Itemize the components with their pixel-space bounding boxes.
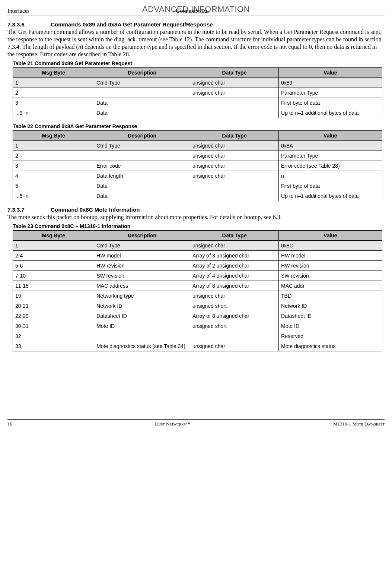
column-header: Data Type — [190, 231, 279, 241]
table-cell: First byte of data — [279, 181, 382, 191]
table-cell: 1 — [13, 241, 94, 251]
table-cell: MAC addr — [279, 281, 382, 291]
table-cell: Cmd Type — [94, 141, 190, 151]
para-italic: n — [78, 44, 81, 50]
column-header: Description — [94, 68, 190, 78]
table-cell: 0x89 — [279, 78, 382, 88]
table-body: 1Cmd Typeunsigned char0x892unsigned char… — [13, 78, 382, 118]
table-cell: 3 — [13, 98, 94, 108]
section-title: Commands 0x89 and 0x8A Get Parameter Req… — [51, 21, 213, 28]
section2-paragraph: The mote sends this packet on bootup, su… — [7, 214, 385, 221]
table-cell: First byte of data — [279, 98, 382, 108]
table-cell — [94, 88, 190, 98]
table-cell: Error code (see Table 28) — [279, 161, 382, 171]
table-cell: MAC address — [94, 281, 190, 291]
section1-paragraph: The Get Parameter command allows a numbe… — [7, 28, 385, 58]
table-row: 7-10SW revisionArray of 4 unsigned charS… — [13, 271, 382, 281]
page-header: Interfaces Confidential — [7, 7, 385, 14]
table-header-row: Msg ByteDescriptionData TypeValue — [13, 131, 382, 141]
table-row: 32Reserved — [13, 331, 382, 341]
column-header: Description — [94, 231, 190, 241]
table-body: 1Cmd Typeunsigned char0x8C2-4HW modelArr… — [13, 241, 382, 351]
table-row: 1Cmd Typeunsigned char0x8A — [13, 141, 382, 151]
table23: Msg ByteDescriptionData TypeValue 1Cmd T… — [13, 230, 382, 351]
table-cell: unsigned char — [190, 291, 279, 301]
table-cell: Cmd Type — [94, 241, 190, 251]
column-header: Msg Byte — [13, 231, 94, 241]
table-cell: unsigned short — [190, 301, 279, 311]
table-cell: 0x8A — [279, 141, 382, 151]
table-cell: 2-4 — [13, 251, 94, 261]
table-row: 22-29Datasheet IDArray of 8 unsigned cha… — [13, 311, 382, 321]
table-cell: Data — [94, 108, 190, 118]
table-cell: n — [279, 171, 382, 181]
table-cell: unsigned char — [190, 341, 279, 351]
table-row: 20-21Network IDunsigned shortNetwork ID — [13, 301, 382, 311]
table-cell: HW model — [94, 251, 190, 261]
header-rule — [7, 16, 385, 16]
column-header: Value — [279, 68, 382, 78]
table-cell: Parameter Type — [279, 151, 382, 161]
table-cell: ...5+n — [13, 191, 94, 201]
table-cell: 7-10 — [13, 271, 94, 281]
table-cell: 2 — [13, 88, 94, 98]
table-cell: SW revision — [94, 271, 190, 281]
table-cell: 32 — [13, 331, 94, 341]
section-title: Command 0x8C Mote Information — [51, 206, 140, 213]
section-heading-2: 7.3.3.7 Command 0x8C Mote Information — [7, 206, 385, 213]
table-cell — [190, 181, 279, 191]
table-cell: 11-18 — [13, 281, 94, 291]
table-row: 30-31Mote IDunsigned shortMote ID — [13, 321, 382, 331]
table-cell: Mote diagnostics status (see Table 34) — [94, 341, 190, 351]
table-cell: 30-31 — [13, 321, 94, 331]
table23-caption: Table 23 Command 0x8C – M1310-1 Informat… — [13, 223, 385, 229]
table-cell: Array of 3 unsigned char — [190, 251, 279, 261]
table-cell: Parameter Type — [279, 88, 382, 98]
table22-caption: Table 22 Command 0x8A Get Parameter Resp… — [13, 123, 385, 129]
table-cell: 3 — [13, 161, 94, 171]
table-cell: Reserved — [279, 331, 382, 341]
table-cell: HW revision — [279, 261, 382, 271]
table-cell: Error code — [94, 161, 190, 171]
table-cell: Mote ID — [94, 321, 190, 331]
table-cell: Up to n–1 additional bytes of data — [279, 191, 382, 201]
table-cell: Mote diagnostics status — [279, 341, 382, 351]
table-cell — [190, 331, 279, 341]
footer-center: Dust Networks™ — [155, 421, 190, 427]
table-cell: 5 — [13, 181, 94, 191]
table-cell: HW revision — [94, 261, 190, 271]
table-row: 2-4HW modelArray of 3 unsigned charHW mo… — [13, 251, 382, 261]
section-number: 7.3.3.7 — [7, 206, 49, 213]
table-cell: ...3+n — [13, 108, 94, 118]
table-cell: Mote ID — [279, 321, 382, 331]
column-header: Msg Byte — [13, 131, 94, 141]
table-row: ...5+nDataUp to n–1 additional bytes of … — [13, 191, 382, 201]
table-cell: Networking type — [94, 291, 190, 301]
table-cell: unsigned char — [190, 78, 279, 88]
table-cell: Array of 4 unsigned char — [190, 271, 279, 281]
table-row: 2unsigned charParameter Type — [13, 151, 382, 161]
column-header: Value — [279, 131, 382, 141]
table-cell: TBD — [279, 291, 382, 301]
table-body: 1Cmd Typeunsigned char0x8A2unsigned char… — [13, 141, 382, 201]
table-cell: 2 — [13, 151, 94, 161]
table-cell: unsigned short — [190, 321, 279, 331]
table-cell: 1 — [13, 78, 94, 88]
page-footer: 16 Dust Networks™ M1310-1 Mote Datasheet — [7, 421, 385, 427]
table-cell: Network ID — [94, 301, 190, 311]
table-cell: 0x8C — [279, 241, 382, 251]
table-cell: Cmd Type — [94, 78, 190, 88]
table-cell: 5-6 — [13, 261, 94, 271]
table-cell: Array of 8 unsigned char — [190, 281, 279, 291]
footer-rule — [7, 419, 385, 420]
table-header-row: Msg ByteDescriptionData TypeValue — [13, 68, 382, 78]
table-cell: Data — [94, 191, 190, 201]
table-cell — [190, 108, 279, 118]
table-cell: 20-21 — [13, 301, 94, 311]
table-row: 3Error codeunsigned charError code (see … — [13, 161, 382, 171]
table-row: 5-6HW revisionArray of 2 unsigned charHW… — [13, 261, 382, 271]
table-cell — [190, 98, 279, 108]
column-header: Data Type — [190, 131, 279, 141]
table-row: 5DataFirst byte of data — [13, 181, 382, 191]
table-cell: Data length — [94, 171, 190, 181]
